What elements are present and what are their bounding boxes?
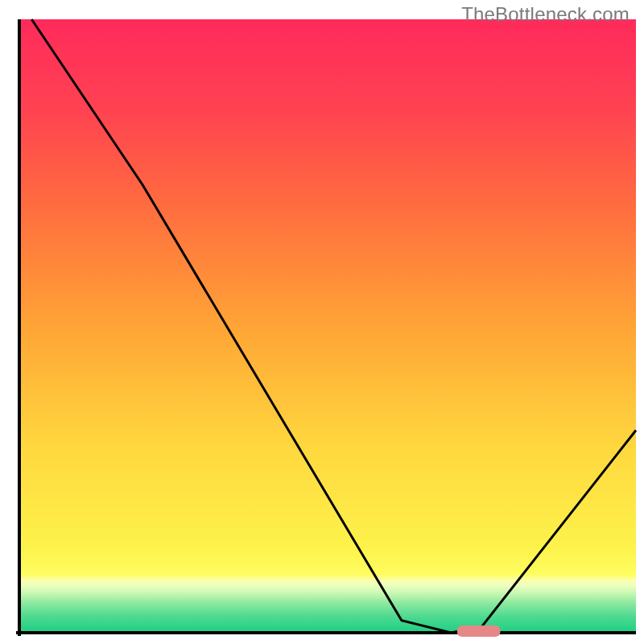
watermark-text: TheBottleneck.com bbox=[461, 3, 630, 26]
chart-container: TheBottleneck.com bbox=[0, 0, 644, 644]
bottleneck-chart bbox=[0, 0, 644, 644]
optimal-marker bbox=[457, 625, 501, 637]
plot-background bbox=[19, 19, 636, 633]
